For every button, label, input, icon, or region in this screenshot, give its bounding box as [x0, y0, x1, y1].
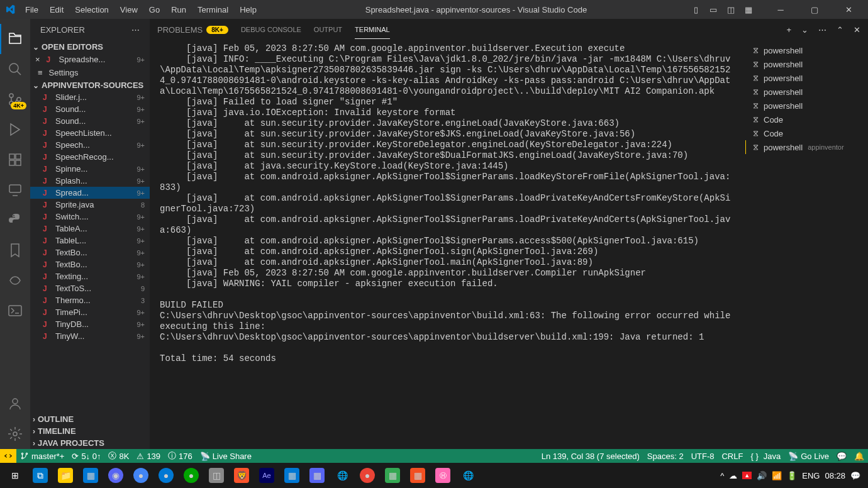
- status-notifications[interactable]: 🔔: [850, 452, 868, 461]
- taskbar-app3[interactable]: ●: [179, 463, 204, 488]
- file-item[interactable]: JSound...9+: [30, 115, 150, 127]
- file-item[interactable]: JTinyW...9+: [30, 330, 150, 342]
- taskbar-app9[interactable]: ▦: [405, 463, 430, 488]
- file-item[interactable]: JSound...9+: [30, 103, 150, 115]
- file-item[interactable]: JTexting...9+: [30, 270, 150, 282]
- terminal-output[interactable]: [java] Feb 05, 2023 8:27:50 AM com.googl…: [150, 41, 745, 449]
- status-live-share[interactable]: 📡 Live Share: [196, 452, 255, 461]
- menu-file[interactable]: File: [20, 3, 43, 17]
- status-info[interactable]: ⓘ 176: [164, 450, 196, 462]
- taskbar-brave[interactable]: 🦁: [229, 463, 254, 488]
- file-item[interactable]: JSpeechListen...: [30, 127, 150, 139]
- file-item[interactable]: JTableL...9+: [30, 235, 150, 247]
- taskbar-chrome2[interactable]: 🌐: [455, 463, 481, 488]
- timeline-section[interactable]: › TIMELINE: [30, 425, 150, 437]
- toggle-panel-icon[interactable]: ▭: [708, 4, 718, 14]
- status-spaces[interactable]: Spaces: 2: [643, 452, 687, 461]
- file-item[interactable]: JSpinne...9+: [30, 163, 150, 175]
- file-item[interactable]: JTextToS...9: [30, 282, 150, 294]
- terminal-session[interactable]: ⧖powershell: [745, 99, 868, 113]
- java-projects-section[interactable]: › JAVA PROJECTS: [30, 437, 150, 449]
- file-item[interactable]: JSlider.j...9+: [30, 91, 150, 103]
- open-editor-item[interactable]: × J Spreadshe... 9+: [30, 53, 150, 66]
- taskbar-app2[interactable]: ●: [128, 463, 153, 488]
- file-item[interactable]: JSpeech...9+: [30, 139, 150, 151]
- activity-settings[interactable]: [0, 419, 30, 449]
- file-item[interactable]: JSprite.java8: [30, 199, 150, 211]
- outline-section[interactable]: › OUTLINE: [30, 413, 150, 425]
- activity-terminal-icon[interactable]: [0, 296, 30, 326]
- menu-terminal[interactable]: Terminal: [192, 3, 233, 17]
- remote-indicator[interactable]: [0, 449, 16, 463]
- file-item[interactable]: JSpread...9+: [30, 187, 150, 199]
- start-button[interactable]: ⊞: [3, 463, 28, 488]
- tray-wifi-icon[interactable]: 📶: [772, 471, 782, 480]
- new-terminal-icon[interactable]: +: [786, 25, 791, 35]
- file-item[interactable]: JTextBo...9+: [30, 247, 150, 258]
- status-eol[interactable]: CRLF: [718, 452, 747, 461]
- file-item[interactable]: JThermo...3: [30, 294, 150, 306]
- close-icon[interactable]: ×: [35, 55, 40, 64]
- terminal-session[interactable]: ⧖Code: [745, 126, 868, 140]
- toggle-secondary-icon[interactable]: ◫: [726, 4, 736, 14]
- tab-output[interactable]: OUTPUT: [314, 21, 342, 38]
- tray-time[interactable]: 08:28: [825, 471, 845, 480]
- tray-amd-icon[interactable]: ▲: [742, 472, 752, 479]
- activity-account[interactable]: [0, 389, 30, 419]
- tab-debug[interactable]: DEBUG CONSOLE: [241, 21, 301, 38]
- status-sync[interactable]: ⟳ 5↓ 0↑: [68, 452, 104, 461]
- status-feedback[interactable]: 💬: [833, 452, 850, 461]
- tab-problems[interactable]: PROBLEMS 8K+: [157, 20, 228, 40]
- open-editors-section[interactable]: ⌄ OPEN EDITORS: [30, 41, 150, 53]
- activity-extensions[interactable]: [0, 145, 30, 175]
- close-panel-icon[interactable]: ✕: [854, 25, 860, 35]
- more-actions-icon[interactable]: ⋯: [818, 25, 826, 35]
- activity-live-share[interactable]: [0, 265, 30, 296]
- terminal-session[interactable]: ⧖powershell: [745, 71, 868, 85]
- menu-go[interactable]: Go: [144, 3, 165, 17]
- file-item[interactable]: JTableA...9+: [30, 223, 150, 235]
- minimize-button[interactable]: ─: [766, 0, 795, 19]
- activity-search[interactable]: [0, 54, 30, 84]
- activity-source-control[interactable]: 4K+: [0, 84, 30, 114]
- menu-edit[interactable]: Edit: [45, 3, 69, 17]
- activity-run-debug[interactable]: [0, 114, 30, 145]
- tray-volume-icon[interactable]: 🔊: [757, 471, 767, 480]
- activity-remote[interactable]: [0, 175, 30, 205]
- folder-section[interactable]: ⌄ APPINVENTOR-SOURCES: [30, 79, 150, 91]
- terminal-session[interactable]: ⧖powershell: [745, 85, 868, 99]
- terminal-session[interactable]: ⧖powershell: [745, 57, 868, 71]
- taskbar-chrome[interactable]: 🌐: [330, 463, 355, 488]
- status-position[interactable]: Ln 139, Col 38 (7 selected): [538, 452, 643, 461]
- explorer-more-icon[interactable]: ⋯: [131, 25, 140, 35]
- taskbar-discord[interactable]: ◉: [103, 463, 128, 488]
- taskbar-app6[interactable]: ▦: [304, 463, 330, 488]
- file-item[interactable]: JTimePi...9+: [30, 306, 150, 318]
- customize-layout-icon[interactable]: ▦: [743, 4, 754, 14]
- terminal-session[interactable]: ⧖powershellappinventor: [745, 140, 868, 154]
- taskbar-app5[interactable]: ▦: [279, 463, 304, 488]
- taskbar-app10[interactable]: Ⓗ: [430, 463, 455, 488]
- status-errors[interactable]: ⓧ 8K: [104, 450, 133, 462]
- status-branch[interactable]: master*+: [16, 452, 68, 461]
- taskbar-app7[interactable]: ●: [355, 463, 380, 488]
- file-item[interactable]: JTextBo...9+: [30, 258, 150, 270]
- taskbar-edge[interactable]: ●: [153, 463, 179, 488]
- menu-selection[interactable]: Selection: [70, 3, 113, 17]
- maximize-panel-icon[interactable]: ⌃: [837, 25, 843, 35]
- activity-bookmark[interactable]: [0, 235, 30, 265]
- taskbar-app8[interactable]: ▦: [380, 463, 405, 488]
- file-item[interactable]: JSwitch....9+: [30, 211, 150, 223]
- tray-notification-icon[interactable]: 💬: [850, 471, 860, 480]
- taskbar-app[interactable]: ▦: [78, 463, 103, 488]
- taskbar-ae[interactable]: Ae: [254, 463, 279, 488]
- status-warnings[interactable]: ⚠ 139: [133, 452, 164, 461]
- file-item[interactable]: JSpeechRecog...: [30, 151, 150, 163]
- tray-cloud-icon[interactable]: ☁: [729, 471, 737, 480]
- status-encoding[interactable]: UTF-8: [687, 452, 718, 461]
- menu-run[interactable]: Run: [166, 3, 191, 17]
- status-go-live[interactable]: 📡 Go Live: [784, 452, 833, 461]
- file-item[interactable]: JTinyDB...9+: [30, 318, 150, 330]
- taskbar-app4[interactable]: ◫: [204, 463, 229, 488]
- terminal-session[interactable]: ⧖powershell: [745, 43, 868, 57]
